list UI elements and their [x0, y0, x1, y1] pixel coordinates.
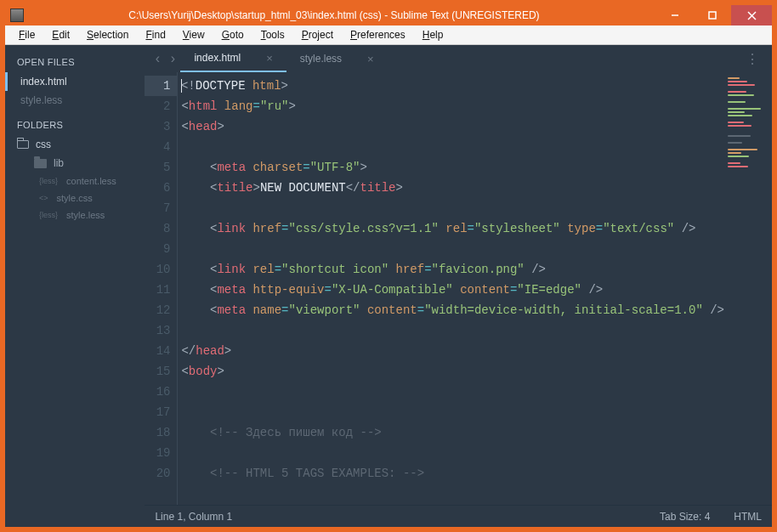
- close-button[interactable]: [731, 5, 772, 25]
- file-type-badge: {less}: [39, 177, 58, 185]
- tab-label: style.less: [300, 53, 342, 65]
- file-type-badge: <>: [39, 194, 48, 202]
- menu-help[interactable]: Help: [414, 27, 452, 42]
- line-number: 4: [145, 137, 177, 157]
- menu-edit[interactable]: Edit: [43, 27, 78, 42]
- gutter: 1234567891011121314151617181920: [145, 72, 177, 505]
- menu-goto[interactable]: Goto: [213, 27, 252, 42]
- line-number: 5: [145, 157, 177, 178]
- close-icon: [747, 11, 757, 20]
- code-line[interactable]: <body>: [178, 361, 724, 382]
- open-file-label: index.html: [20, 76, 67, 88]
- line-number: 20: [145, 463, 177, 484]
- menu-selection[interactable]: Selection: [78, 27, 137, 42]
- line-number: 18: [145, 422, 177, 443]
- app-icon: [10, 8, 24, 22]
- code-line[interactable]: <title>NEW DOCUMENT</title>: [178, 178, 724, 198]
- code-line[interactable]: <link rel="shortcut icon" href="favicon.…: [178, 259, 724, 280]
- menu-file[interactable]: File: [10, 27, 43, 42]
- status-syntax[interactable]: HTML: [734, 511, 762, 523]
- folder-label: css: [36, 139, 51, 150]
- file-style-less[interactable]: {less}style.less: [5, 207, 145, 224]
- minimap[interactable]: [724, 72, 772, 505]
- file-content-less[interactable]: {less}content.less: [5, 173, 145, 190]
- code-line[interactable]: <!-- HTML 5 TAGS EXAMPLES: -->: [178, 463, 724, 484]
- line-number: 15: [145, 361, 177, 382]
- tab-close-icon[interactable]: ×: [266, 52, 273, 65]
- editor[interactable]: 1234567891011121314151617181920 <!DOCTYP…: [145, 72, 772, 505]
- sublime-window: C:\Users\Yurij\Desktop\startup_html_03\i…: [5, 5, 772, 527]
- line-number: 17: [145, 402, 177, 422]
- minimize-icon: [671, 11, 679, 20]
- folder-css[interactable]: css: [5, 135, 145, 154]
- open-files-header: OPEN FILES: [5, 52, 145, 72]
- folder-label: lib: [54, 157, 64, 169]
- line-number: 2: [145, 96, 177, 116]
- nav-forward-button[interactable]: ›: [165, 51, 180, 66]
- line-number: 11: [145, 280, 177, 300]
- tab-row: ‹ › index.html × style.less × ⋮: [145, 45, 772, 72]
- status-position[interactable]: Line 1, Column 1: [155, 511, 232, 523]
- line-number: 12: [145, 300, 177, 320]
- menu-view[interactable]: View: [174, 27, 213, 42]
- menu-project[interactable]: Project: [293, 27, 342, 42]
- maximize-button[interactable]: [694, 5, 731, 25]
- code-area[interactable]: <!DOCTYPE html><html lang="ru"><head> <m…: [177, 72, 724, 505]
- file-style-css[interactable]: <>style.css: [5, 190, 145, 207]
- code-line[interactable]: </head>: [178, 341, 724, 361]
- code-line[interactable]: [178, 239, 724, 259]
- open-file-index-html[interactable]: index.html: [5, 72, 145, 91]
- open-file-style-less[interactable]: style.less: [5, 91, 145, 110]
- menu-tools[interactable]: Tools: [252, 27, 293, 42]
- svg-rect-1: [709, 12, 716, 19]
- tab-style-less[interactable]: style.less ×: [286, 45, 388, 72]
- app-body: OPEN FILES index.html style.less FOLDERS…: [5, 45, 772, 527]
- status-tabsize[interactable]: Tab Size: 4: [660, 511, 710, 523]
- code-line[interactable]: [178, 443, 724, 463]
- line-number: 14: [145, 341, 177, 361]
- folder-icon: [34, 159, 47, 168]
- tab-label: index.html: [194, 52, 241, 64]
- code-line[interactable]: <meta charset="UTF-8">: [178, 157, 724, 178]
- sidebar: OPEN FILES index.html style.less FOLDERS…: [5, 45, 145, 527]
- code-line[interactable]: [178, 198, 724, 218]
- minimize-button[interactable]: [656, 5, 694, 25]
- tab-overflow-button[interactable]: ⋮: [746, 51, 760, 67]
- window-buttons: [656, 5, 772, 25]
- menu-find[interactable]: Find: [137, 27, 173, 42]
- line-number: 10: [145, 259, 177, 280]
- line-number: 7: [145, 198, 177, 218]
- maximize-icon: [708, 11, 717, 20]
- menu-preferences[interactable]: Preferences: [342, 27, 414, 42]
- folders-header: FOLDERS: [5, 115, 145, 135]
- menubar: FileEditSelectionFindViewGotoToolsProjec…: [5, 25, 772, 45]
- line-number: 19: [145, 443, 177, 463]
- code-line[interactable]: <!DOCTYPE html>: [178, 76, 724, 96]
- code-line[interactable]: [178, 137, 724, 157]
- window-title: C:\Users\Yurij\Desktop\startup_html_03\i…: [29, 9, 656, 21]
- code-line[interactable]: <html lang="ru">: [178, 96, 724, 116]
- line-number: 16: [145, 382, 177, 402]
- main-area: ‹ › index.html × style.less × ⋮ 12345678…: [145, 45, 772, 527]
- status-bar: Line 1, Column 1 Tab Size: 4 HTML: [145, 505, 772, 527]
- code-line[interactable]: [178, 402, 724, 422]
- line-number: 9: [145, 239, 177, 259]
- code-line[interactable]: <!-- Здесь пишем код -->: [178, 422, 724, 443]
- line-number: 6: [145, 178, 177, 198]
- code-line[interactable]: [178, 382, 724, 402]
- line-number: 13: [145, 320, 177, 341]
- code-line[interactable]: <meta http-equiv="X-UA-Compatible" conte…: [178, 280, 724, 300]
- code-line[interactable]: <meta name="viewport" content="width=dev…: [178, 300, 724, 320]
- line-number: 3: [145, 116, 177, 137]
- code-line[interactable]: [178, 320, 724, 341]
- code-line[interactable]: <link href="css/style.css?v=1.1" rel="st…: [178, 218, 724, 239]
- nav-back-button[interactable]: ‹: [150, 51, 165, 66]
- code-line[interactable]: <head>: [178, 116, 724, 137]
- tab-close-icon[interactable]: ×: [367, 53, 374, 65]
- titlebar[interactable]: C:\Users\Yurij\Desktop\startup_html_03\i…: [5, 5, 772, 25]
- line-number: 1: [145, 76, 177, 96]
- tab-index-html[interactable]: index.html ×: [180, 45, 286, 72]
- folder-open-icon: [17, 140, 29, 149]
- file-label: content.less: [66, 176, 116, 186]
- folder-lib[interactable]: lib: [5, 154, 145, 173]
